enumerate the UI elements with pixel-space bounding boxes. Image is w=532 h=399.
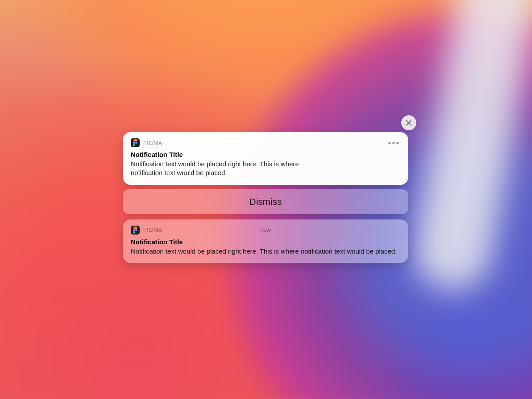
more-dot-icon xyxy=(392,142,395,144)
dismiss-label: Dismiss xyxy=(249,196,282,207)
spacer xyxy=(123,214,408,219)
close-icon xyxy=(406,120,412,126)
more-dot-icon xyxy=(396,142,399,144)
notification-body: Notification text would be placed right … xyxy=(131,160,317,178)
notification-timestamp: now xyxy=(260,227,271,233)
app-name-label: FIGMA xyxy=(143,140,162,146)
close-button[interactable] xyxy=(401,115,416,130)
svg-point-0 xyxy=(135,142,137,144)
wallpaper-accent xyxy=(407,0,532,296)
app-name-label: FIGMA xyxy=(143,227,162,233)
more-dot-icon xyxy=(388,142,391,144)
notification-title: Notification Title xyxy=(131,238,400,246)
notification-header: FIGMA now xyxy=(131,226,400,235)
notification-stack: FIGMA Notification Title Notification te… xyxy=(123,132,408,263)
svg-point-1 xyxy=(135,229,137,231)
more-options-button[interactable] xyxy=(387,140,400,146)
notification-header: FIGMA xyxy=(131,138,400,147)
figma-app-icon xyxy=(131,226,140,235)
notification-body: Notification text would be placed right … xyxy=(131,247,400,256)
notification-card[interactable]: FIGMA now Notification Title Notificatio… xyxy=(123,219,408,263)
notification-title: Notification Title xyxy=(131,151,400,158)
notification-card-expanded[interactable]: FIGMA Notification Title Notification te… xyxy=(123,132,408,185)
figma-app-icon xyxy=(131,138,140,147)
dismiss-button[interactable]: Dismiss xyxy=(123,189,408,214)
